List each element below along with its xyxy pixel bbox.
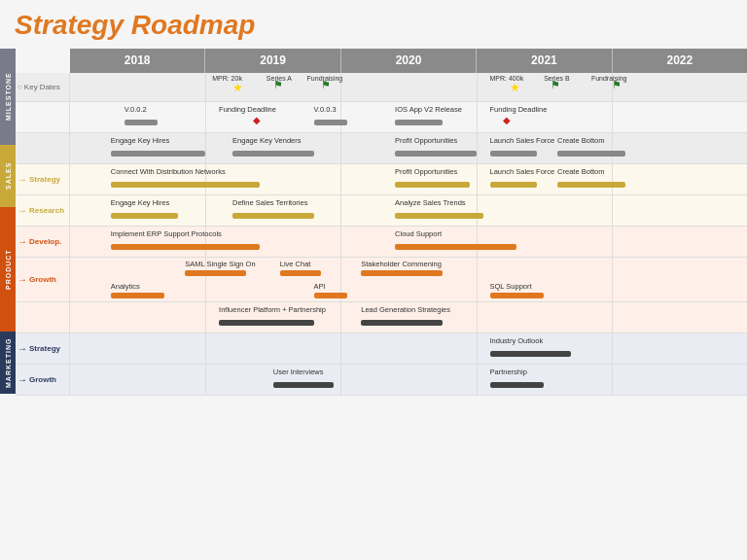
lead-gen-bar (361, 320, 443, 326)
define-sales-bar (232, 213, 314, 219)
connect-dist-label: Connect With Distribution Networks (111, 167, 226, 176)
profit-opps-sales-bar (395, 182, 470, 188)
profit-opps-bar (395, 151, 477, 157)
page: Strategy Roadmap MILESTONE SALES PRODUCT… (0, 0, 747, 560)
row-sales-research: →Research Engage Key Hires Define Sales … (16, 195, 747, 227)
define-sales-label: Define Sales Territories (232, 198, 307, 207)
stakeholder-bar (361, 270, 443, 276)
erp-bar (111, 244, 260, 250)
key-dates-label: Key Dates (24, 83, 60, 91)
livechat-bar (280, 270, 321, 276)
row-label-key-dates-top: ○ Key Dates (16, 73, 70, 101)
create-bottom-label: Create Bottom (557, 136, 604, 145)
erp-label: Implement ERP Support Protocols (111, 229, 222, 238)
page-title: Strategy Roadmap (0, 0, 747, 47)
row-product-develop: →Develop. Implement ERP Support Protocol… (16, 227, 747, 258)
engage-venders-label: Engage Key Venders (232, 136, 301, 145)
create-bottom-sales-label: Create Bottom (557, 167, 604, 176)
ios-bar (395, 120, 443, 125)
profit-opps-sales-label: Profit Opportunities (395, 167, 457, 176)
star-2021: ★ (510, 81, 520, 94)
engage-hires-bar (111, 151, 205, 157)
sales-research-content: Engage Key Hires Define Sales Territorie… (70, 195, 747, 226)
row-label-sales-research: →Research (16, 195, 70, 226)
cloud-support-bar (395, 244, 516, 250)
row-label-marketing-growth: →Growth (16, 365, 70, 395)
user-interviews-bar (273, 382, 335, 388)
engage-venders-bar (232, 151, 314, 157)
versions-content: V.0.0.2 ◆ Funding Deadline V.0.0.3 IOS A… (70, 102, 747, 132)
row-label-product-develop: →Develop. (16, 227, 70, 257)
influencer-label: Influencer Platform + Partnership (219, 305, 326, 314)
row-sales-strategy: →Strategy Connect With Distribution Netw… (16, 164, 747, 195)
category-marketing: MARKETING (0, 332, 16, 394)
row-versions: V.0.0.2 ◆ Funding Deadline V.0.0.3 IOS A… (16, 102, 747, 133)
create-bottom-bar (557, 151, 625, 157)
analytics-bar (111, 293, 165, 298)
product-growth1-content: SAML Single Sign On Live Chat Stakeholde… (70, 258, 747, 301)
category-labels: MILESTONE SALES PRODUCT MARKETING (0, 49, 16, 560)
sales-strategy-content: Connect With Distribution Networks Profi… (70, 164, 747, 194)
star-2019: ★ (232, 81, 243, 94)
saml-bar (185, 270, 246, 276)
row-label-product-growth2 (16, 302, 70, 332)
profit-opps-label: Profit Opportunities (395, 136, 457, 145)
stakeholder-label: Stakeholder Commening (361, 260, 442, 268)
livechat-label: Live Chat (280, 260, 311, 268)
launch-sales-sales-label: Launch Sales Force (490, 167, 555, 176)
row-label-sales-strategy: →Strategy (16, 164, 70, 194)
funding-deadline-2021: Funding Deadline (490, 105, 548, 114)
row-label-engage (16, 133, 70, 163)
launch-sales-bar (490, 151, 538, 157)
engage-hires-sales-label: Engage Key Hires (111, 198, 169, 207)
year-2019: 2019 (205, 49, 340, 73)
key-dates-markers: MPR: 20k ★ Series A ⚑ Fundraising ⚑ MPR:… (70, 73, 747, 101)
engage-hires-label: Engage Key Hires (111, 136, 169, 145)
analytics-label: Analytics (111, 282, 140, 291)
category-product: PRODUCT (0, 207, 16, 332)
fundraising-2021-label: Fundraising (591, 75, 627, 82)
row-marketing-growth: →Growth User Interviews Partnership (16, 365, 747, 396)
product-develop-content: Implement ERP Support Protocols Cloud Su… (70, 227, 747, 257)
engage-hires-sales-bar (111, 213, 179, 219)
row-product-growth2: Influencer Platform + Partnership Lead G… (16, 302, 747, 333)
grid-container: 2018 2019 2020 2021 2022 ○ Key Dates (16, 49, 747, 560)
rows: ○ Key Dates MPR: 20k ★ Ser (16, 73, 747, 560)
influencer-bar (219, 320, 313, 326)
v002-label: V.0.0.2 (124, 105, 147, 114)
diamond-2019: ◆ (253, 115, 261, 125)
flag-fundraising-2021: ⚑ (612, 79, 622, 91)
connect-dist-bar (111, 182, 260, 188)
api-label: API (314, 282, 326, 291)
year-headers: 2018 2019 2020 2021 2022 (70, 49, 747, 73)
year-2018: 2018 (70, 49, 205, 73)
api-bar (314, 293, 348, 298)
v003-bar (314, 120, 348, 125)
create-bottom-sales-bar (557, 182, 625, 188)
flag-series-a: ⚑ (273, 79, 283, 91)
year-2021: 2021 (477, 49, 612, 73)
year-2020: 2020 (341, 49, 477, 73)
row-label-product-growth1: →Growth (16, 258, 70, 301)
diamond-2021: ◆ (503, 115, 511, 125)
saml-label: SAML Single Sign On (185, 260, 255, 268)
analyze-sales-bar (395, 213, 482, 219)
sql-label: SQL Support (490, 282, 532, 291)
user-interviews-label: User Interviews (273, 368, 324, 376)
row-label-marketing-strategy: →Strategy (16, 333, 70, 364)
sql-bar (490, 293, 545, 298)
flag-series-b: ⚑ (551, 79, 560, 91)
v002-bar (124, 120, 159, 125)
lead-gen-label: Lead Generation Strategies (361, 305, 450, 314)
flag-fundraising-2019: ⚑ (321, 79, 331, 91)
marketing-strategy-content: Industry Outlook (70, 333, 747, 364)
analyze-sales-label: Analyze Sales Trends (395, 198, 466, 207)
row-key-dates-markers: ○ Key Dates MPR: 20k ★ Ser (16, 73, 747, 102)
partnership-bar (490, 382, 545, 388)
funding-deadline-2019: Funding Deadline (219, 105, 276, 114)
category-milestone: MILESTONE (0, 49, 16, 145)
v003-label: V.0.0.3 (314, 105, 337, 114)
category-sales: SALES (0, 145, 16, 207)
row-marketing-strategy: →Strategy Industry Outlook (16, 333, 747, 365)
row-engage: Engage Key Hires Engage Key Venders Prof… (16, 133, 747, 164)
